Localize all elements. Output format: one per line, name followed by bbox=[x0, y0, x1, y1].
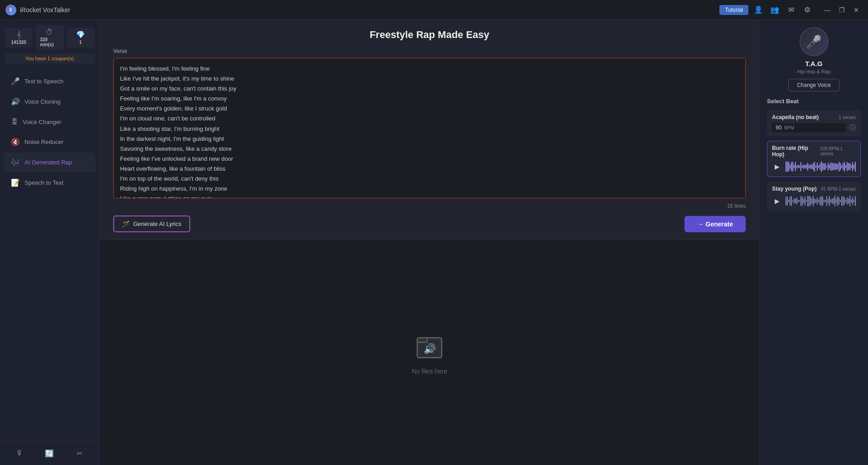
bottom-panel: 🔊 No files here bbox=[100, 240, 759, 465]
beat-acapella-controls: 90 BPM ⓘ bbox=[772, 123, 856, 132]
text-to-speech-label: Text to Speech bbox=[24, 78, 63, 85]
app-icon: 🎙 bbox=[5, 5, 16, 15]
title-bar-actions: Tutorial 👤 👥 ✉ ⚙ — ❐ ✕ bbox=[719, 4, 863, 16]
stat-minutes-value: 320 min(s) bbox=[40, 37, 59, 47]
voice-profile: 🎤 T.A.G Hip Hop & Rap Change Voice bbox=[767, 27, 861, 91]
title-bar: 🎙 iRocket VoxTalker Tutorial 👤 👥 ✉ ⚙ — ❐… bbox=[0, 0, 868, 20]
mail-icon[interactable]: ✉ bbox=[785, 4, 797, 16]
beat-burn-rate-play-button[interactable]: ▶ bbox=[772, 162, 782, 172]
select-beat-label: Select Beat bbox=[767, 98, 861, 105]
beat-burn-rate-meta: 109 BPM-1 verses bbox=[820, 146, 856, 156]
microphone-icon[interactable]: 🎙 bbox=[12, 446, 27, 460]
action-row: 🪄 Generate AI Lyrics → Generate bbox=[113, 216, 746, 232]
sidebar-item-ai-generated-rap[interactable]: 🎶 AI Generated Rap bbox=[4, 153, 96, 172]
close-button[interactable]: ✕ bbox=[850, 4, 863, 16]
noise-reducer-icon: 🔇 bbox=[11, 138, 20, 146]
sidebar-item-speech-to-text[interactable]: 📝 Speech to Text bbox=[4, 173, 96, 192]
page-title: Freestyle Rap Made Easy bbox=[113, 29, 746, 41]
settings-icon[interactable]: ⚙ bbox=[801, 4, 814, 16]
scissors-icon[interactable]: ✂ bbox=[72, 446, 87, 460]
ai-rap-label: AI Generated Rap bbox=[24, 159, 72, 166]
stat-credits-value: 1 bbox=[79, 40, 82, 45]
beat-acapella-meta: 1 verses bbox=[839, 115, 856, 120]
no-files-icon: 🔊 bbox=[414, 331, 445, 362]
beat-acapella-header: Acapella (no beat) 1 verses bbox=[772, 114, 856, 120]
beat-stay-young-header: Stay young (Pop) 91 BPM-1 verses bbox=[772, 186, 856, 192]
generate-ai-lyrics-button[interactable]: 🪄 Generate AI Lyrics bbox=[113, 216, 190, 232]
group-icon[interactable]: 👥 bbox=[768, 4, 781, 16]
stat-characters: 𝄞 141320 bbox=[5, 28, 33, 48]
characters-icon: 𝄞 bbox=[17, 31, 21, 39]
beat-burn-rate-controls: ▶ bbox=[772, 160, 856, 173]
minutes-icon: ⏱ bbox=[46, 28, 53, 36]
sidebar-item-voice-cloning[interactable]: 🔊 Voice Cloning bbox=[4, 92, 96, 111]
stat-minutes: ⏱ 320 min(s) bbox=[35, 25, 63, 50]
sidebar-item-noise-reducer[interactable]: 🔇 Noise Reducer bbox=[4, 132, 96, 152]
beat-stay-young-controls: ▶ bbox=[772, 195, 856, 207]
sidebar-item-voice-changer[interactable]: 🎛 Voice Changer bbox=[4, 112, 96, 131]
user-icon[interactable]: 👤 bbox=[752, 4, 765, 16]
voice-changer-icon: 🎛 bbox=[11, 118, 18, 126]
sidebar: 𝄞 141320 ⏱ 320 min(s) 💎 1 You have 1 cou… bbox=[0, 20, 100, 465]
no-files-text: No files here bbox=[412, 368, 448, 375]
voice-name: T.A.G bbox=[805, 60, 822, 67]
coupon-banner[interactable]: You have 1 coupon(s) bbox=[5, 53, 95, 63]
speech-to-text-label: Speech to Text bbox=[24, 179, 63, 186]
sidebar-bottom: 🎙 🔄 ✂ bbox=[0, 441, 99, 465]
sidebar-stats: 𝄞 141320 ⏱ 320 min(s) 💎 1 bbox=[0, 20, 99, 50]
sidebar-nav: 🎤 Text to Speech 🔊 Voice Cloning 🎛 Voice… bbox=[0, 67, 99, 441]
beat-stay-young-play-button[interactable]: ▶ bbox=[772, 196, 782, 206]
voice-type: Hip Hop & Rap bbox=[797, 69, 830, 74]
app-branding: 🎙 iRocket VoxTalker bbox=[5, 5, 70, 15]
tutorial-button[interactable]: Tutorial bbox=[719, 5, 748, 15]
bpm-label: BPM bbox=[784, 125, 794, 130]
info-icon[interactable]: ⓘ bbox=[849, 124, 856, 132]
beat-acapella-name: Acapella (no beat) bbox=[772, 114, 819, 120]
maximize-button[interactable]: ❐ bbox=[835, 4, 848, 16]
bpm-box: 90 BPM bbox=[772, 123, 846, 132]
beat-item-burn-rate[interactable]: Burn rate (Hip Hop) 109 BPM-1 verses ▶ bbox=[767, 141, 861, 177]
beat-item-stay-young[interactable]: Stay young (Pop) 91 BPM-1 verses ▶ bbox=[767, 182, 861, 211]
lyrics-footer: 16 lines bbox=[113, 203, 746, 209]
right-panel: 🎤 T.A.G Hip Hop & Rap Change Voice Selec… bbox=[759, 20, 868, 465]
generate-button[interactable]: → Generate bbox=[685, 216, 746, 232]
credits-icon: 💎 bbox=[76, 30, 85, 39]
beat-burn-rate-name: Burn rate (Hip Hop) bbox=[772, 145, 820, 158]
voice-cloning-icon: 🔊 bbox=[11, 97, 20, 106]
app-title: iRocket VoxTalker bbox=[20, 6, 70, 14]
ai-rap-icon: 🎶 bbox=[11, 158, 20, 167]
generate-ai-lyrics-label: Generate AI Lyrics bbox=[133, 221, 181, 227]
main-layout: 𝄞 141320 ⏱ 320 min(s) 💎 1 You have 1 cou… bbox=[0, 20, 868, 465]
window-controls: — ❐ ✕ bbox=[821, 4, 863, 16]
bpm-value: 90 bbox=[776, 125, 781, 131]
beat-stay-young-meta: 91 BPM-1 verses bbox=[821, 187, 856, 192]
svg-text:🔊: 🔊 bbox=[424, 343, 436, 355]
speech-to-text-icon: 📝 bbox=[11, 178, 20, 187]
lyrics-textarea[interactable] bbox=[113, 58, 746, 198]
text-to-speech-icon: 🎤 bbox=[11, 77, 20, 86]
voice-changer-label: Voice Changer bbox=[23, 119, 61, 125]
repeat-icon[interactable]: 🔄 bbox=[42, 446, 57, 460]
stat-credits: 💎 1 bbox=[67, 28, 95, 48]
beat-stay-young-name: Stay young (Pop) bbox=[772, 186, 817, 192]
sidebar-item-text-to-speech[interactable]: 🎤 Text to Speech bbox=[4, 72, 96, 91]
verse-label: Verse bbox=[113, 48, 746, 54]
minimize-button[interactable]: — bbox=[821, 4, 834, 16]
content-area: Freestyle Rap Made Easy Verse 16 lines 🪄… bbox=[100, 20, 759, 465]
svg-rect-1 bbox=[417, 338, 427, 342]
noise-reducer-label: Noise Reducer bbox=[24, 139, 63, 145]
top-panel: Freestyle Rap Made Easy Verse 16 lines 🪄… bbox=[100, 20, 759, 240]
voice-cloning-label: Voice Cloning bbox=[24, 98, 61, 105]
beat-burn-rate-header: Burn rate (Hip Hop) 109 BPM-1 verses bbox=[772, 145, 856, 158]
line-count: 16 lines bbox=[727, 203, 746, 209]
avatar: 🎤 bbox=[800, 27, 829, 56]
beat-stay-young-waveform bbox=[786, 195, 856, 207]
change-voice-button[interactable]: Change Voice bbox=[788, 79, 839, 91]
beat-item-acapella[interactable]: Acapella (no beat) 1 verses 90 BPM ⓘ bbox=[767, 110, 861, 136]
stat-characters-value: 141320 bbox=[11, 40, 26, 45]
ai-sparkle-icon: 🪄 bbox=[122, 221, 130, 227]
beat-burn-rate-waveform bbox=[786, 160, 856, 173]
